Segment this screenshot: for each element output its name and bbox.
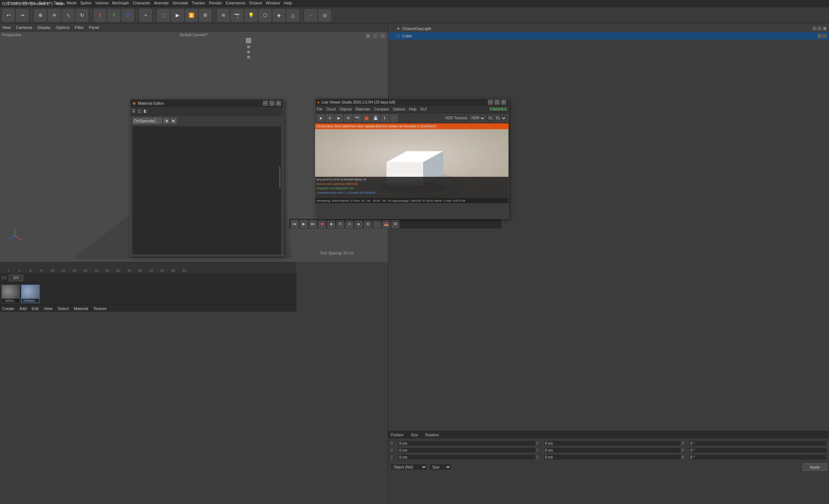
- apply-button[interactable]: Apply: [803, 463, 827, 471]
- lv-pc-next[interactable]: ⏭: [309, 220, 317, 228]
- live-viewer-close[interactable]: ✕: [501, 100, 506, 105]
- menu-item-spline[interactable]: Spline: [80, 1, 92, 5]
- position-x-input[interactable]: [398, 440, 536, 446]
- object-rel-dropdown[interactable]: Object (Rel): [391, 464, 427, 470]
- mat-pane-left[interactable]: ◫: [138, 109, 141, 113]
- vp-icon3[interactable]: ⤢: [380, 33, 386, 39]
- position-z-input[interactable]: [398, 454, 536, 460]
- vm-filter[interactable]: Filter: [75, 25, 83, 30]
- tc-frame-input[interactable]: [9, 275, 23, 281]
- undo-btn[interactable]: ↩: [2, 9, 15, 22]
- lv-menu-file[interactable]: File: [317, 107, 322, 111]
- size-z-input[interactable]: [544, 454, 682, 460]
- menu-item-character[interactable]: Character: [132, 1, 150, 5]
- menu-item-mesh[interactable]: Mesh: [67, 1, 76, 5]
- render-region-btn[interactable]: ⬚: [157, 9, 170, 22]
- lv-pc-more2[interactable]: ◈: [355, 220, 363, 228]
- mat-pane-right[interactable]: ◧: [143, 109, 147, 113]
- menu-item-extensions[interactable]: Extensions: [226, 1, 246, 5]
- lv-pc-settings2[interactable]: ⚙: [391, 220, 399, 228]
- vm-panel[interactable]: Panel: [89, 25, 99, 30]
- menu-item-volume[interactable]: Volume: [95, 1, 109, 5]
- render-active-btn[interactable]: ▶: [171, 9, 184, 22]
- move-btn[interactable]: ✛: [48, 9, 60, 22]
- material-prev-btn[interactable]: ◀: [163, 118, 169, 124]
- menu-item-window[interactable]: Window: [266, 1, 280, 5]
- vp-icon2[interactable]: ↑: [373, 33, 378, 39]
- bm-material[interactable]: Material: [74, 306, 88, 311]
- vm-view[interactable]: View: [2, 25, 11, 30]
- bm-add[interactable]: Add: [19, 306, 27, 311]
- lv-pc-export[interactable]: 📤: [382, 220, 390, 228]
- lv-pc-record[interactable]: ⏺: [318, 220, 326, 228]
- rotation-h-input[interactable]: [689, 440, 827, 446]
- lv-cam-btn[interactable]: 📷: [353, 114, 361, 122]
- mat-thumb-1[interactable]: OctGlo...: [1, 285, 20, 303]
- lv-save-btn[interactable]: 💾: [371, 114, 380, 122]
- lv-info-btn[interactable]: ℹ: [381, 114, 389, 122]
- lv-pc-more4[interactable]: ⋯: [373, 220, 381, 228]
- render-settings-btn[interactable]: ⚙: [199, 9, 212, 22]
- deform-btn[interactable]: ≋: [217, 9, 229, 22]
- lv-pc-more1[interactable]: ⊙: [346, 220, 354, 228]
- material-editor-close[interactable]: ✕: [276, 101, 281, 106]
- menu-item-select[interactable]: Select: [39, 1, 50, 5]
- lv-settings-btn[interactable]: ⚙: [344, 114, 352, 122]
- lv-pause-btn[interactable]: ⏸: [326, 114, 334, 122]
- menu-item-modes[interactable]: Modes: [23, 1, 35, 5]
- live-viewer-maximize[interactable]: □: [494, 100, 500, 105]
- lv-pc-more3[interactable]: ⊕: [364, 220, 372, 228]
- material-editor-minimize[interactable]: —: [263, 101, 268, 106]
- bm-select[interactable]: Select: [57, 306, 69, 311]
- position-y-input[interactable]: [398, 447, 536, 453]
- light-btn[interactable]: 💡: [245, 9, 257, 22]
- bm-edit[interactable]: Edit: [32, 306, 39, 311]
- z-axis-btn[interactable]: Z: [122, 9, 134, 22]
- polygon-btn[interactable]: △: [287, 9, 299, 22]
- menu-item-help[interactable]: Help: [284, 1, 292, 5]
- rotation-b-input[interactable]: [689, 454, 827, 460]
- live-viewer-minimize[interactable]: —: [488, 100, 493, 105]
- scale-btn[interactable]: ⤡: [62, 9, 74, 22]
- lv-menu-compare[interactable]: Compare: [374, 107, 389, 111]
- lv-pc-play[interactable]: ▶: [300, 220, 308, 228]
- rotate-btn[interactable]: ↻: [76, 9, 88, 22]
- lv-menu-options[interactable]: Options: [393, 107, 405, 111]
- bm-texture[interactable]: Texture: [93, 306, 107, 311]
- menu-item-mograph[interactable]: MoGraph: [112, 1, 129, 5]
- lv-pc-loop[interactable]: ↻: [336, 220, 344, 228]
- mat-menu-icon[interactable]: ☰: [132, 109, 135, 113]
- lv-hdr-select[interactable]: HDR: [470, 115, 486, 122]
- lv-menu-materials[interactable]: Materials: [355, 107, 370, 111]
- y-axis-btn[interactable]: Y: [108, 9, 120, 22]
- lv-play-btn[interactable]: ▶: [335, 114, 343, 122]
- vm-display[interactable]: Display: [37, 25, 51, 30]
- material-editor-resize-handle[interactable]: [279, 167, 280, 188]
- bm-view[interactable]: View: [44, 306, 53, 311]
- redo-btn[interactable]: ↪: [16, 9, 29, 22]
- lv-dl-select[interactable]: DL: [494, 115, 507, 122]
- camera-btn[interactable]: 📷: [231, 9, 243, 22]
- rotation-p-input[interactable]: [689, 447, 827, 453]
- material-next-btn[interactable]: ▶: [171, 118, 176, 124]
- vm-options[interactable]: Options: [56, 25, 70, 30]
- lv-stop-btn[interactable]: ■: [317, 114, 325, 122]
- menu-item-create[interactable]: Create: [7, 1, 19, 5]
- x-axis-btn[interactable]: X: [94, 9, 106, 22]
- size-y-input[interactable]: [544, 447, 682, 453]
- lv-render-btn[interactable]: ⬤: [362, 114, 370, 122]
- tree-item-octanedaylight[interactable]: ☀ OctaneDayLight ✓ ? ⚙: [388, 25, 829, 32]
- lv-pc-prev[interactable]: ⏮: [291, 220, 299, 228]
- material-name-input[interactable]: [132, 117, 162, 124]
- menu-item-octane[interactable]: Octane: [249, 1, 262, 5]
- lv-menu-help[interactable]: Help: [409, 107, 417, 111]
- snap2-btn[interactable]: ◎: [318, 9, 331, 22]
- lv-menu-cloud[interactable]: Cloud: [326, 107, 336, 111]
- tree-item-cube[interactable]: □ Cube ✓ ·: [388, 32, 829, 40]
- lv-extra-btn[interactable]: ⋯: [390, 114, 398, 122]
- lv-menu-objects[interactable]: Objects: [339, 107, 352, 111]
- mat-thumb-2[interactable]: OctSpec...: [21, 285, 40, 303]
- bm-create[interactable]: Create: [2, 306, 14, 311]
- menu-item-render[interactable]: Render: [209, 1, 222, 5]
- scene-btn[interactable]: ⬡: [259, 9, 271, 22]
